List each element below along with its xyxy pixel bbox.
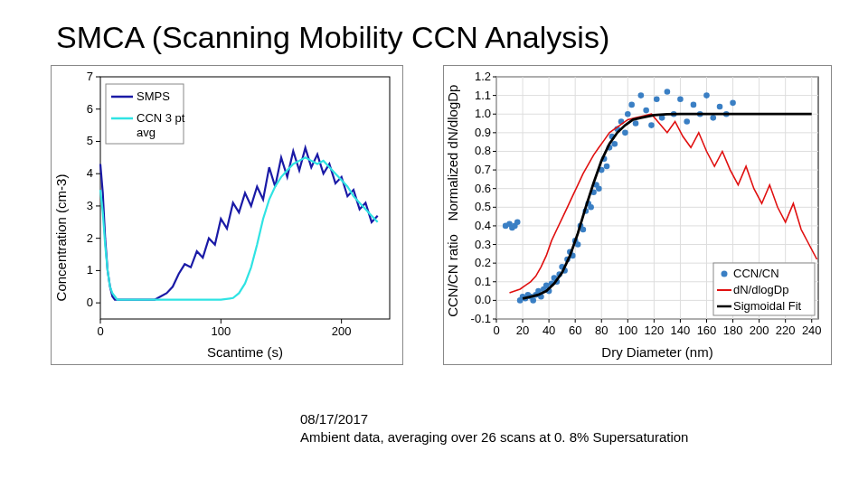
svg-text:40: 40 <box>542 324 555 337</box>
svg-point-168 <box>710 115 716 121</box>
svg-text:0: 0 <box>87 296 93 309</box>
right-legend: CCN/CN dN/dlogDp Sigmoidal Fit <box>713 263 815 315</box>
svg-text:1.2: 1.2 <box>475 70 491 83</box>
svg-point-169 <box>717 104 723 110</box>
svg-text:1.0: 1.0 <box>475 107 491 120</box>
left-chart-svg: 01234567 0100200 Concentration (cm-3) Sc… <box>52 66 402 364</box>
svg-text:0.7: 0.7 <box>475 163 491 176</box>
svg-point-156 <box>638 92 645 99</box>
svg-text:0.6: 0.6 <box>475 182 491 195</box>
left-legend-s2: CCN 3 pt <box>137 111 185 125</box>
svg-point-165 <box>691 102 697 108</box>
right-ylabel-top: Normalized dN/dlogDp <box>445 85 460 221</box>
svg-text:0: 0 <box>493 324 499 337</box>
svg-text:240: 240 <box>802 324 822 337</box>
right-legend-s1: CCN/CN <box>733 267 779 280</box>
svg-text:200: 200 <box>332 324 352 338</box>
svg-text:20: 20 <box>516 324 529 337</box>
right-chart-svg: -0.10.00.10.20.30.40.50.60.70.80.91.01.1… <box>444 66 831 364</box>
svg-point-164 <box>684 118 690 125</box>
svg-point-118 <box>530 297 536 304</box>
svg-text:120: 120 <box>645 324 665 337</box>
svg-text:7: 7 <box>87 70 93 83</box>
svg-text:0.3: 0.3 <box>475 238 491 251</box>
svg-text:80: 80 <box>595 324 608 337</box>
svg-point-153 <box>625 111 631 117</box>
svg-text:220: 220 <box>776 324 796 337</box>
svg-text:60: 60 <box>569 324 581 337</box>
svg-text:0.2: 0.2 <box>475 256 491 269</box>
svg-text:200: 200 <box>750 324 769 337</box>
svg-point-155 <box>633 120 639 127</box>
svg-point-157 <box>643 108 649 114</box>
left-xlabel: Scantime (s) <box>207 344 283 360</box>
svg-text:160: 160 <box>697 324 717 337</box>
svg-text:180: 180 <box>723 324 743 337</box>
svg-point-163 <box>677 96 684 102</box>
left-ylabel: Concentration (cm-3) <box>53 174 69 302</box>
svg-point-149 <box>611 141 618 147</box>
right-xlabel: Dry Diameter (nm) <box>601 344 712 360</box>
svg-text:0.9: 0.9 <box>475 126 491 139</box>
svg-text:0.8: 0.8 <box>475 144 491 157</box>
right-legend-s2: dN/dlogDp <box>733 283 788 296</box>
svg-text:100: 100 <box>618 324 637 337</box>
caption: 08/17/2017 Ambient data, averaging over … <box>300 410 688 446</box>
left-legend: SMPS CCN 3 pt avg <box>106 84 185 144</box>
svg-text:0: 0 <box>97 324 103 338</box>
right-ylabel-bot: CCN/CN ratio <box>445 234 460 317</box>
svg-text:1: 1 <box>87 263 93 277</box>
svg-point-140 <box>588 204 594 211</box>
svg-text:-0.1: -0.1 <box>471 312 491 325</box>
svg-text:2: 2 <box>87 231 93 245</box>
right-chart-panel: -0.10.00.10.20.30.40.50.60.70.80.91.01.1… <box>443 65 832 365</box>
page-title: SMCA (Scanning Mobility CCN Analysis) <box>56 20 609 55</box>
svg-text:0.4: 0.4 <box>475 219 491 232</box>
left-chart-panel: 01234567 0100200 Concentration (cm-3) Sc… <box>51 65 403 365</box>
svg-text:140: 140 <box>671 324 691 337</box>
svg-text:6: 6 <box>87 102 93 116</box>
svg-point-173 <box>722 271 728 277</box>
svg-text:0.1: 0.1 <box>475 275 491 288</box>
svg-point-158 <box>648 122 655 128</box>
svg-text:3: 3 <box>87 199 93 212</box>
svg-point-159 <box>654 96 660 102</box>
left-legend-s3: avg <box>137 126 156 139</box>
svg-point-152 <box>622 130 628 136</box>
svg-point-154 <box>628 102 635 108</box>
svg-text:100: 100 <box>211 324 231 338</box>
caption-date: 08/17/2017 <box>300 410 688 428</box>
svg-text:0.5: 0.5 <box>475 200 491 213</box>
svg-text:4: 4 <box>87 166 93 180</box>
svg-text:1.1: 1.1 <box>475 89 491 102</box>
svg-text:0.0: 0.0 <box>475 293 491 306</box>
svg-point-167 <box>703 92 710 99</box>
caption-desc: Ambient data, averaging over 26 scans at… <box>300 428 688 446</box>
svg-point-112 <box>514 220 521 226</box>
svg-point-137 <box>580 227 587 233</box>
right-legend-s3: Sigmoidal Fit <box>733 299 802 313</box>
svg-point-143 <box>596 185 602 192</box>
left-legend-s1: SMPS <box>137 89 170 103</box>
svg-text:5: 5 <box>87 134 93 147</box>
svg-point-146 <box>604 164 610 170</box>
svg-point-171 <box>730 100 736 107</box>
svg-point-161 <box>665 89 671 95</box>
